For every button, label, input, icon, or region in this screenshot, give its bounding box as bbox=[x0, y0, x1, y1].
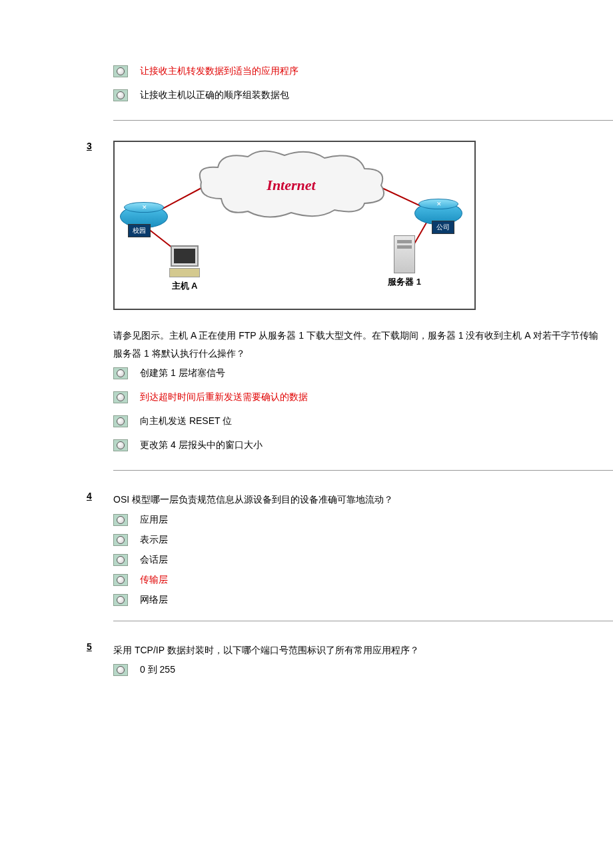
option-text: 传输层 bbox=[140, 574, 168, 586]
radio-icon[interactable] bbox=[113, 439, 128, 451]
radio-icon[interactable] bbox=[113, 391, 128, 403]
options-group: 创建第 1 层堵塞信号 到达超时时间后重新发送需要确认的数据 向主机发送 RES… bbox=[113, 367, 613, 451]
cloud-label: Internet bbox=[267, 177, 315, 194]
host-a-icon: 主机 A bbox=[165, 245, 205, 292]
option-text: 更改第 4 层报头中的窗口大小 bbox=[140, 439, 263, 451]
radio-icon[interactable] bbox=[113, 89, 128, 101]
option-row: 向主机发送 RESET 位 bbox=[113, 415, 613, 427]
network-diagram: Internet ✕ 校园 ✕ 公司 主机 A 服务器 1 bbox=[113, 141, 476, 310]
option-text: 网络层 bbox=[140, 594, 168, 606]
option-text: 到达超时时间后重新发送需要确认的数据 bbox=[140, 391, 308, 403]
option-row: 会话层 bbox=[113, 554, 613, 566]
option-row: 传输层 bbox=[113, 574, 613, 586]
radio-icon[interactable] bbox=[113, 415, 128, 427]
option-text: 让接收主机转发数据到适当的应用程序 bbox=[140, 65, 299, 77]
question-text-line: 服务器 1 将默认执行什么操作？ bbox=[113, 348, 245, 359]
server-1-icon: 服务器 1 bbox=[384, 235, 424, 288]
router-company-label: 公司 bbox=[432, 221, 454, 234]
radio-icon[interactable] bbox=[113, 594, 128, 606]
option-row: 让接收主机转发数据到适当的应用程序 bbox=[113, 65, 613, 77]
question-number: 3 bbox=[87, 141, 92, 151]
option-text: 让接收主机以正确的顺序组装数据包 bbox=[140, 89, 289, 101]
options-group: 让接收主机转发数据到适当的应用程序 让接收主机以正确的顺序组装数据包 bbox=[113, 65, 613, 101]
option-text: 会话层 bbox=[140, 554, 168, 566]
radio-icon[interactable] bbox=[113, 574, 128, 586]
question-number: 4 bbox=[87, 491, 92, 501]
option-row: 应用层 bbox=[113, 514, 613, 526]
option-row: 网络层 bbox=[113, 594, 613, 606]
question-3: 3 Internet ✕ 校园 ✕ 公司 bbox=[113, 141, 613, 471]
radio-icon[interactable] bbox=[113, 65, 128, 77]
radio-icon[interactable] bbox=[113, 534, 128, 546]
question-text-line: 请参见图示。主机 A 正在使用 FTP 从服务器 1 下载大型文件。在下载期间，… bbox=[113, 330, 598, 341]
question-2-tail: 让接收主机转发数据到适当的应用程序 让接收主机以正确的顺序组装数据包 bbox=[113, 65, 613, 121]
options-group: 应用层 表示层 会话层 传输层 网络层 bbox=[113, 514, 613, 606]
question-number: 5 bbox=[87, 641, 92, 652]
option-row: 表示层 bbox=[113, 534, 613, 546]
option-row: 更改第 4 层报头中的窗口大小 bbox=[113, 439, 613, 451]
question-5: 5 采用 TCP/IP 数据封装时，以下哪个端口号范围标识了所有常用应用程序？ … bbox=[113, 641, 613, 695]
question-text: OSI 模型哪一层负责规范信息从源设备到目的设备准确可靠地流动？ bbox=[113, 491, 613, 509]
internet-cloud: Internet bbox=[191, 149, 391, 222]
option-row: 到达超时时间后重新发送需要确认的数据 bbox=[113, 391, 613, 403]
server-1-label: 服务器 1 bbox=[384, 276, 424, 288]
option-text: 应用层 bbox=[140, 514, 168, 526]
options-group: 0 到 255 bbox=[113, 664, 613, 676]
radio-icon[interactable] bbox=[113, 554, 128, 566]
option-row: 让接收主机以正确的顺序组装数据包 bbox=[113, 89, 613, 101]
option-row: 0 到 255 bbox=[113, 664, 613, 676]
question-text: 请参见图示。主机 A 正在使用 FTP 从服务器 1 下载大型文件。在下载期间，… bbox=[113, 327, 613, 362]
option-text: 表示层 bbox=[140, 534, 168, 546]
option-text: 向主机发送 RESET 位 bbox=[140, 415, 232, 427]
question-text: 采用 TCP/IP 数据封装时，以下哪个端口号范围标识了所有常用应用程序？ bbox=[113, 641, 613, 659]
page: 让接收主机转发数据到适当的应用程序 让接收主机以正确的顺序组装数据包 3 Int… bbox=[0, 0, 613, 741]
router-campus-label: 校园 bbox=[128, 224, 151, 237]
option-row: 创建第 1 层堵塞信号 bbox=[113, 367, 613, 379]
radio-icon[interactable] bbox=[113, 664, 128, 676]
radio-icon[interactable] bbox=[113, 367, 128, 379]
question-4: 4 OSI 模型哪一层负责规范信息从源设备到目的设备准确可靠地流动？ 应用层 表… bbox=[113, 491, 613, 621]
option-text: 0 到 255 bbox=[140, 664, 175, 676]
option-text: 创建第 1 层堵塞信号 bbox=[140, 367, 225, 379]
radio-icon[interactable] bbox=[113, 514, 128, 526]
host-a-label: 主机 A bbox=[165, 280, 205, 292]
